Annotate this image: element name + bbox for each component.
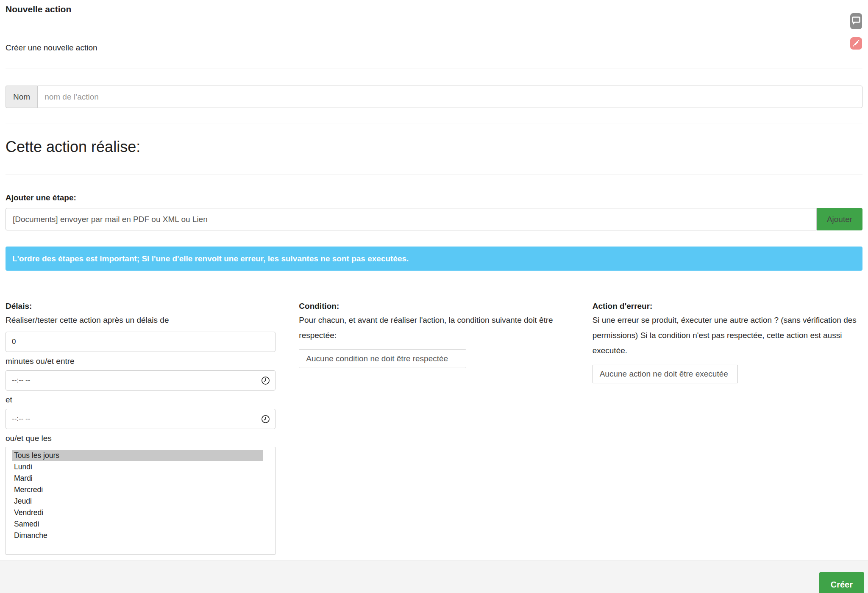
form-footer: Créer (0, 560, 868, 593)
day-option[interactable]: Jeudi (12, 496, 263, 507)
condition-intro: Pour chacun, et avant de réaliser l'acti… (299, 313, 569, 343)
time-end-input[interactable]: --:-- -- (6, 409, 275, 429)
delay-days-label: ou/et que les (6, 433, 275, 444)
delay-column: Délais: Réaliser/tester cette action apr… (6, 301, 275, 555)
add-step-button[interactable]: Ajouter (817, 208, 862, 230)
time-end-placeholder: --:-- -- (12, 415, 30, 423)
options-columns: Délais: Réaliser/tester cette action apr… (6, 301, 862, 555)
delay-minutes-label: minutes ou/et entre (6, 356, 275, 367)
day-option[interactable]: Vendredi (12, 507, 263, 518)
delay-and-label: et (6, 394, 275, 405)
day-option[interactable]: Samedi (12, 518, 263, 530)
clock-icon[interactable] (261, 376, 270, 387)
day-option[interactable]: Dimanche (12, 530, 263, 541)
page-subtitle: Créer une nouvelle action (6, 42, 862, 53)
delay-heading: Délais: (6, 301, 275, 312)
edit-button[interactable] (850, 37, 862, 51)
day-option[interactable]: Tous les jours (12, 450, 263, 461)
delay-intro: Réaliser/tester cette action après un dé… (6, 313, 275, 328)
error-action-column: Action d'erreur: Si une erreur se produi… (593, 301, 862, 555)
page-header: Nouvelle action (6, 0, 862, 53)
condition-heading: Condition: (299, 301, 569, 312)
name-input[interactable] (37, 86, 862, 108)
day-option[interactable]: Mercredi (12, 484, 263, 496)
error-action-select[interactable]: Aucune action ne doit être executée (593, 365, 738, 383)
divider (6, 124, 862, 124)
comment-button[interactable] (850, 13, 862, 30)
step-select[interactable]: [Documents] envoyer par mail en PDF ou X… (6, 208, 817, 230)
condition-select[interactable]: Aucune condition ne doit être respectée (299, 349, 466, 368)
page-title: Nouvelle action (6, 3, 862, 15)
header-icons (850, 13, 862, 58)
add-step-label: Ajouter une étape: (6, 192, 862, 203)
error-action-heading: Action d'erreur: (593, 301, 862, 312)
condition-select-value: Aucune condition ne doit être respectée (306, 354, 448, 363)
create-button[interactable]: Créer (819, 572, 864, 593)
error-action-select-value: Aucune action ne doit être executée (600, 369, 728, 379)
time-start-input[interactable]: --:-- -- (6, 370, 275, 391)
name-label: Nom (6, 86, 37, 108)
condition-column: Condition: Pour chacun, et avant de réal… (299, 301, 569, 555)
time-start-placeholder: --:-- -- (12, 376, 30, 385)
comment-icon (850, 24, 862, 30)
step-select-value: [Documents] envoyer par mail en PDF ou X… (13, 215, 208, 224)
pencil-icon (850, 44, 862, 51)
error-action-intro: Si une erreur se produit, éxecuter une a… (593, 313, 862, 358)
new-action-page: Nouvelle action (0, 0, 868, 555)
day-option[interactable]: Mardi (12, 473, 263, 484)
delay-minutes-input[interactable] (6, 332, 275, 352)
add-step-row: [Documents] envoyer par mail en PDF ou X… (6, 208, 862, 230)
steps-order-alert: L'ordre des étapes est important; Si l'u… (6, 247, 862, 271)
days-listbox[interactable]: Tous les joursLundiMardiMercrediJeudiVen… (6, 447, 275, 555)
divider (6, 69, 862, 69)
name-input-group: Nom (6, 86, 862, 108)
clock-icon[interactable] (261, 415, 270, 426)
day-option[interactable]: Lundi (12, 461, 263, 473)
section-heading: Cette action réalise: (6, 137, 862, 175)
